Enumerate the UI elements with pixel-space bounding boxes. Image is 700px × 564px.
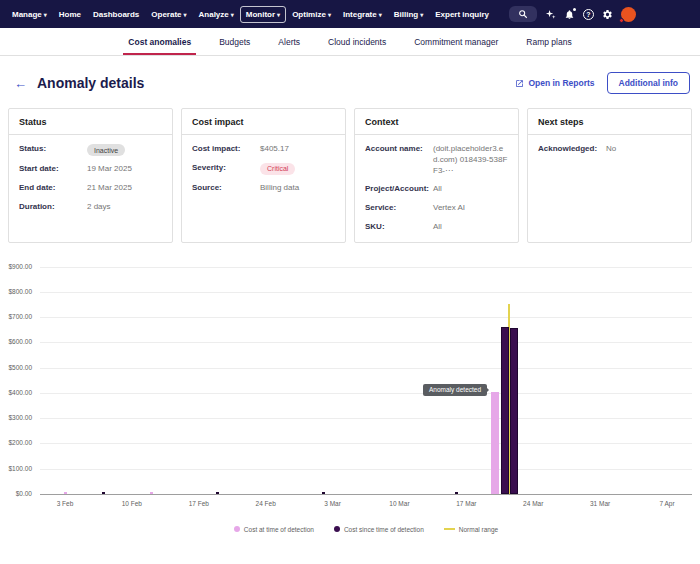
- chevron-down-icon: ▾: [231, 11, 234, 18]
- chart-bar[interactable]: [491, 392, 499, 494]
- top-navigation: Manage▾ Home Dashboards Operate▾ Analyze…: [0, 0, 700, 28]
- chart-legend: Cost at time of detectionCost since time…: [40, 526, 692, 533]
- nav-home[interactable]: Home: [53, 6, 87, 23]
- field-value: (doit.placeholder3.ed.com) 018439-538FF3…: [433, 144, 508, 176]
- additional-info-button[interactable]: Additional info: [607, 72, 691, 94]
- nav-dashboards-label: Dashboards: [93, 10, 139, 19]
- chevron-down-icon: ▾: [379, 11, 382, 18]
- header-actions: Open in Reports Additional info: [515, 72, 690, 94]
- open-in-reports-button[interactable]: Open in Reports: [515, 78, 594, 88]
- x-axis-tick-label: 24 Feb: [256, 500, 276, 507]
- nav-dashboards[interactable]: Dashboards: [87, 6, 145, 23]
- nav-analyze[interactable]: Analyze▾: [193, 6, 240, 23]
- nav-operate[interactable]: Operate▾: [145, 6, 192, 23]
- x-axis-tick-label: 10 Feb: [122, 500, 142, 507]
- search-button[interactable]: [509, 6, 537, 22]
- notifications-button[interactable]: [564, 9, 575, 20]
- tab-cost-anomalies[interactable]: Cost anomalies: [117, 28, 202, 55]
- nav-billing-label: Billing: [394, 10, 418, 19]
- search-icon: [518, 9, 528, 19]
- field-label: Account name:: [365, 144, 433, 155]
- gridline: [40, 342, 692, 343]
- field-label: SKU:: [365, 222, 433, 233]
- status-card-body: Status:Inactive Start date:19 Mar 2025 E…: [9, 135, 172, 222]
- tab-cloud-incidents[interactable]: Cloud incidents: [317, 28, 397, 55]
- chart-bar[interactable]: [501, 327, 509, 494]
- field-value: All: [433, 184, 442, 195]
- gridline: [40, 469, 692, 470]
- next-steps-card-body: Acknowledged:No: [528, 135, 691, 164]
- x-axis-tick-label: 17 Feb: [189, 500, 209, 507]
- x-axis-tick-label: 17 Mar: [456, 500, 476, 507]
- avatar[interactable]: [621, 7, 636, 22]
- y-axis-tick-label: $100.00: [0, 465, 32, 472]
- chevron-down-icon: ▾: [328, 11, 331, 18]
- field-label: Start date:: [19, 164, 87, 175]
- top-nav-actions: ?: [509, 6, 694, 22]
- nav-monitor[interactable]: Monitor▾: [240, 6, 286, 23]
- chart-plot-area: Anomaly detected: [40, 267, 692, 494]
- tab-budgets[interactable]: Budgets: [208, 28, 261, 55]
- help-button[interactable]: ?: [583, 9, 594, 20]
- ai-assistant-button[interactable]: [545, 9, 556, 20]
- chart-bar[interactable]: [510, 328, 518, 493]
- notification-dot: [573, 8, 576, 11]
- account-name-row: Account name:(doit.placeholder3.ed.com) …: [365, 144, 508, 176]
- status-badge: Inactive: [87, 144, 125, 156]
- nav-manage[interactable]: Manage▾: [6, 6, 53, 23]
- tab-commitment-manager[interactable]: Commitment manager: [403, 28, 509, 55]
- legend-line-marker: [444, 528, 455, 530]
- ai-sparkle-icon: [545, 9, 556, 20]
- end-date-row: End date:21 Mar 2025: [19, 183, 162, 194]
- monitor-tabs: Cost anomalies Budgets Alerts Cloud inci…: [0, 28, 700, 56]
- context-card: Context Account name:(doit.placeholder3.…: [354, 108, 519, 243]
- nav-integrate-label: Integrate: [343, 10, 377, 19]
- source-row: Source:Billing data: [192, 183, 335, 194]
- gridline: [40, 317, 692, 318]
- nav-optimize[interactable]: Optimize▾: [286, 6, 337, 23]
- x-axis-tick-label: 10 Mar: [389, 500, 409, 507]
- nav-integrate[interactable]: Integrate▾: [337, 6, 388, 23]
- sku-row: SKU:All: [365, 222, 508, 233]
- page-header: ← Anomaly details Open in Reports Additi…: [0, 56, 700, 106]
- y-axis-labels: $0.00$100.00$200.00$300.00$400.00$500.00…: [0, 267, 37, 494]
- help-icon: ?: [583, 9, 594, 20]
- legend-item[interactable]: Cost at time of detection: [234, 526, 314, 533]
- chevron-down-icon: ▾: [420, 11, 423, 18]
- gridline: [40, 292, 692, 293]
- y-axis-tick-label: $600.00: [0, 338, 32, 345]
- field-label: Source:: [192, 183, 260, 194]
- y-axis-tick-label: $300.00: [0, 414, 32, 421]
- tab-alerts[interactable]: Alerts: [267, 28, 311, 55]
- nav-analyze-label: Analyze: [199, 10, 229, 19]
- field-value: 21 Mar 2025: [87, 183, 132, 194]
- duration-row: Duration:2 days: [19, 202, 162, 213]
- back-button[interactable]: ←: [14, 77, 27, 90]
- nav-billing[interactable]: Billing▾: [388, 6, 429, 23]
- legend-dot-marker: [234, 526, 240, 532]
- field-label: Acknowledged:: [538, 144, 606, 155]
- y-axis-tick-label: $800.00: [0, 288, 32, 295]
- legend-item[interactable]: Cost since time of detection: [334, 526, 424, 533]
- cost-impact-card-title: Cost impact: [182, 109, 345, 135]
- field-label: Service:: [365, 203, 433, 214]
- next-steps-card: Next steps Acknowledged:No: [527, 108, 692, 243]
- gridline: [40, 418, 692, 419]
- chevron-down-icon: ▾: [44, 11, 47, 18]
- nav-expert-inquiry[interactable]: Expert inquiry: [429, 6, 495, 23]
- nav-optimize-label: Optimize: [292, 10, 326, 19]
- field-label: Project/Account:: [365, 184, 433, 195]
- legend-item[interactable]: Normal range: [444, 526, 498, 533]
- tab-ramp-plans[interactable]: Ramp plans: [515, 28, 582, 55]
- project-account-row: Project/Account:All: [365, 184, 508, 195]
- gear-icon: [602, 9, 613, 20]
- gridline: [40, 368, 692, 369]
- x-axis-tick-label: 3 Feb: [57, 500, 74, 507]
- page-title: Anomaly details: [37, 75, 144, 91]
- settings-button[interactable]: [602, 9, 613, 20]
- field-label: Duration:: [19, 202, 87, 213]
- nav-monitor-label: Monitor: [246, 10, 275, 19]
- x-axis-labels: 3 Feb10 Feb17 Feb24 Feb3 Mar10 Mar17 Mar…: [40, 494, 692, 510]
- status-card: Status Status:Inactive Start date:19 Mar…: [8, 108, 173, 243]
- chevron-down-icon: ▾: [184, 11, 187, 18]
